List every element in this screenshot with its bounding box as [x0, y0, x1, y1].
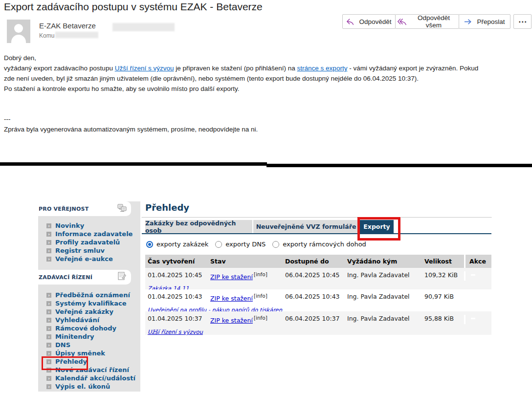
body-separator: ---	[4, 115, 11, 123]
action-cell	[466, 271, 491, 281]
forward-button[interactable]: Přeposlat	[459, 14, 510, 29]
chevron-bullet-icon: ›	[46, 232, 51, 237]
available-cell: 06.04.2025 10:43	[283, 293, 345, 302]
sidebar-item-verejne-eaukce[interactable]: ›Veřejné e-aukce	[46, 255, 133, 263]
email-toolbar: Odpovědět Odpovědět všem Přeposlat	[342, 14, 510, 29]
sidebar-item-registr-smluv[interactable]: ›Registr smluv	[46, 246, 133, 255]
requested-by-cell: Ing. Pavla Zadavatel	[345, 271, 422, 281]
body-line-3: zde není uveden, byl již smazán jiným už…	[4, 75, 419, 82]
available-cell: 06.04.2025 10:45	[283, 271, 345, 281]
edit-list-icon	[117, 272, 127, 283]
tabs-underline	[142, 233, 491, 234]
body-line-4: Po stažení a kontrole exportu ho smažte,…	[4, 85, 240, 92]
chevron-bullet-icon: ›	[46, 309, 51, 314]
chevron-bullet-icon: ›	[46, 326, 51, 331]
info-link[interactable]: [info]	[254, 293, 267, 299]
created-cell: 01.04.2025 10:45	[145, 271, 208, 281]
radio-icon	[215, 241, 222, 248]
sidebar-section-zadavaci-rizeni: ZADÁVACÍ ŘÍZENÍ	[34, 270, 131, 285]
requested-by-cell: Ing. Pavla Zadavatel	[345, 293, 422, 302]
sidebar-item-ramcove-dohody[interactable]: ›Rámcové dohody	[46, 324, 135, 332]
sidebar-item-kalendar-akci[interactable]: ›Kalendář akcí/událostí	[46, 374, 135, 382]
sidebar-item-profily-zadavatelu[interactable]: ›Profily zadavatelů	[46, 238, 133, 246]
table-row: 01.04.2025 10:43 ZIP ke stažení[info] 06…	[145, 289, 491, 311]
procedure-detail-link[interactable]: Užší řízení s výzvou	[148, 329, 203, 335]
tab-zakazky-bez-odpovednych-osob[interactable]: Zakázky bez odpovědných osob	[145, 220, 252, 233]
avatar[interactable]	[7, 20, 30, 43]
zip-download-link[interactable]: ZIP ke stažení	[210, 273, 253, 281]
col-akce: Akce	[466, 255, 491, 268]
chevron-bullet-icon: ›	[46, 301, 51, 306]
info-link[interactable]: [info]	[254, 271, 267, 277]
page-title: Přehledy	[145, 202, 189, 213]
screenshot-root: Export zadávacího postupu v systému EZAK…	[0, 0, 532, 395]
sidebar-item-vyhledavani[interactable]: ›Vyhledávání	[46, 316, 135, 324]
chevron-bullet-icon: ›	[46, 384, 51, 389]
section-title: PRO VEŘEJNOST	[39, 206, 89, 212]
annotation-box-prehledy-item	[42, 356, 88, 370]
more-options-button[interactable]: ⋯	[513, 14, 532, 29]
workstations-icon	[117, 204, 127, 214]
reply-button[interactable]: Odpovědět	[342, 14, 396, 29]
col-cas-vytvoreni: Čas vytvoření	[145, 255, 208, 268]
reply-all-label: Odpovědět všem	[411, 14, 457, 29]
available-cell: 06.04.2025 10:37	[283, 315, 345, 324]
radio-exporty-zakazek[interactable]: exporty zakázek	[146, 241, 208, 248]
reply-icon	[346, 18, 355, 25]
created-cell: 01.04.2025 10:43	[145, 293, 208, 302]
avatar-person-icon	[11, 35, 26, 43]
zip-download-link[interactable]: ZIP ke stažení	[210, 295, 253, 302]
sender-name[interactable]: E-ZAK Betaverze	[39, 22, 96, 30]
radio-exporty-ramcovych-dohod[interactable]: exporty rámcových dohod	[272, 241, 366, 248]
sidebar-item-novinky[interactable]: ›Novinky	[46, 221, 133, 230]
radio-exporty-dns[interactable]: exporty DNS	[215, 241, 266, 248]
status-cell: ZIP ke stažení[info]	[208, 293, 283, 302]
section-title: ZADÁVACÍ ŘÍZENÍ	[39, 274, 92, 281]
sidebar-list-zadavaci-rizeni: ›Předběžná oznámení ›Systémy kvalifikace…	[46, 291, 135, 391]
size-cell: 109,32 KiB	[422, 271, 466, 281]
sidebar-item-systemy-kvalifikace[interactable]: ›Systémy kvalifikace	[46, 299, 135, 307]
exports-page-link[interactable]: stránce s exporty	[297, 65, 348, 72]
chevron-bullet-icon: ›	[46, 334, 51, 339]
procedure-link[interactable]: Užší řízení s výzvou	[115, 65, 174, 72]
title-divider	[142, 217, 491, 218]
action-cell	[466, 315, 491, 324]
redacted-sender-address	[112, 23, 175, 31]
reply-all-icon	[398, 18, 407, 25]
sidebar-item-informace-zadavatele[interactable]: ›Informace zadavatele	[46, 230, 133, 238]
sidebar-item-dns[interactable]: ›DNS	[46, 341, 135, 349]
action-cell	[466, 293, 491, 302]
annotation-box-exporty-tab	[357, 217, 400, 241]
avatar-person-icon	[14, 24, 23, 33]
zip-download-link[interactable]: ZIP ke stažení	[210, 317, 253, 324]
tab-neuverejnene-vvz-formulare[interactable]: Neuveřejněné VVZ formuláře	[253, 220, 359, 233]
forward-label: Přeposlat	[477, 18, 505, 25]
reply-all-button[interactable]: Odpovědět všem	[395, 14, 459, 29]
sidebar-item-minitendry[interactable]: ›Minitendry	[46, 332, 135, 341]
separator-bar	[0, 162, 267, 166]
chevron-bullet-icon: ›	[46, 257, 51, 262]
chevron-bullet-icon: ›	[46, 343, 51, 348]
reply-label: Odpovědět	[359, 18, 391, 25]
chevron-bullet-icon: ›	[46, 376, 51, 381]
created-cell: 01.04.2025 10:37	[145, 315, 208, 324]
radio-icon	[272, 241, 279, 248]
sidebar-item-vypis-el-ukonu[interactable]: ›Výpis el. úkonů	[46, 382, 135, 391]
table-row: 01.04.2025 10:37 ZIP ke stažení[info] 06…	[145, 311, 491, 335]
status-cell: ZIP ke stažení[info]	[208, 271, 283, 281]
chevron-bullet-icon: ›	[46, 351, 51, 356]
sidebar-item-predbezna-oznameni[interactable]: ›Předběžná oznámení	[46, 291, 135, 299]
table-row: 01.04.2025 10:45 ZIP ke stažení[info] 06…	[145, 268, 491, 289]
separator-bar	[266, 164, 532, 167]
col-stav: Stav	[208, 255, 283, 268]
col-velikost: Velikost	[422, 255, 466, 268]
body-greeting: Dobrý den,	[4, 54, 36, 62]
body-line-2: vyžádaný export zadávacího postupu Užší …	[4, 65, 478, 72]
sidebar-list-public: ›Novinky ›Informace zadavatele ›Profily …	[46, 221, 133, 263]
chevron-bullet-icon: ›	[46, 318, 51, 323]
info-link[interactable]: [info]	[254, 315, 267, 321]
sidebar-item-verejne-zakazky[interactable]: ›Veřejné zakázky	[46, 307, 135, 316]
sidebar-section-public: PRO VEŘEJNOST	[34, 201, 131, 216]
forward-icon	[464, 18, 473, 25]
body-footer: Zpráva byla vygenerována automatizovaným…	[4, 126, 258, 133]
